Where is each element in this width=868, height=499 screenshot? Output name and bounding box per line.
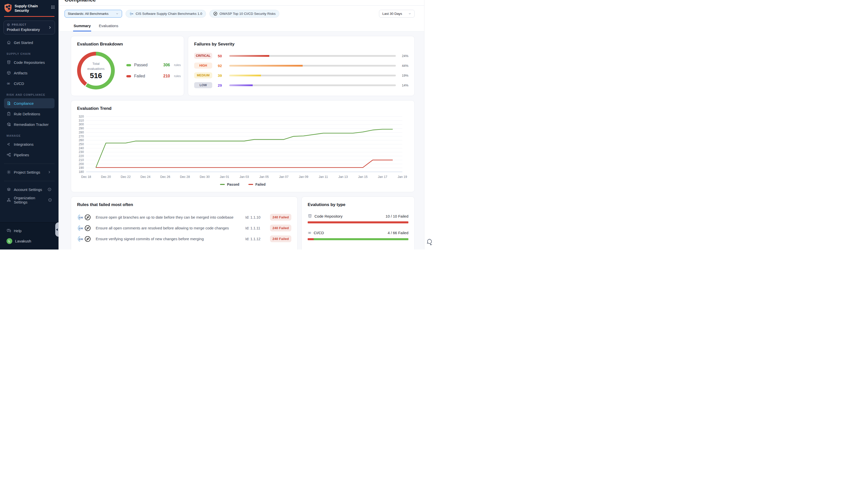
svg-text:Jan 09: Jan 09 — [299, 175, 308, 179]
legend-swatch — [248, 184, 253, 185]
severity-count: 50 — [218, 54, 229, 58]
total-evaluations-value: 516 — [90, 72, 102, 80]
sidebar-item-compliance[interactable]: Compliance — [4, 98, 54, 108]
svg-text:210: 210 — [78, 158, 84, 162]
evaluation-type-row: ∞CI/CD4 / 66 Failed — [308, 230, 408, 240]
sidebar-item-rule-definitions[interactable]: Rule Definitions — [4, 109, 54, 119]
date-range-dropdown[interactable]: Last 30 Days — [379, 10, 415, 17]
severity-row: LOW2914% — [194, 82, 408, 88]
evaluation-trend-chart: 1801902002102202302402502602702802903003… — [77, 113, 408, 181]
divider — [4, 181, 54, 181]
donut-legend: Passed306rulesFailed210rules — [126, 63, 181, 78]
chevron-down-icon — [408, 12, 411, 15]
svg-text:Dec 28: Dec 28 — [180, 175, 190, 179]
sidebar-section-heading: MANAGE — [7, 134, 52, 137]
tab-evaluations[interactable]: Evaluations — [98, 22, 119, 32]
brand-accent-divider — [4, 16, 54, 17]
benchmark-chip-label: CIS Software Supply Chain Benchmarks 1.0 — [136, 12, 202, 15]
sidebar-item-label: Code Repositories — [14, 60, 45, 64]
cube-icon — [7, 23, 10, 26]
standards-filter-dropdown[interactable]: Standards: All Benchmarks — [64, 10, 122, 17]
repository-icon — [7, 60, 11, 64]
org-chart-icon — [7, 198, 11, 202]
severity-row: CRITICAL5024% — [194, 52, 408, 59]
card-title: Rules that failed most often — [77, 202, 292, 207]
svg-text:Dec 22: Dec 22 — [121, 175, 131, 179]
evaluation-type-label: CI/CD — [314, 231, 324, 235]
rule-id: Id: 1.1.11 — [245, 226, 267, 230]
rule-id: Id: 1.1.10 — [245, 215, 267, 219]
layers-icon — [7, 187, 11, 192]
failed-count-badge: 240 Failed — [270, 224, 292, 231]
failed-count-badge: 240 Failed — [270, 235, 292, 242]
svg-text:CIS: CIS — [131, 13, 133, 15]
clipboard-check-icon — [7, 112, 11, 116]
benchmark-chip[interactable]: OWASP Top 10 CI/CD Security Risks — [210, 10, 279, 17]
severity-percent: 44% — [396, 64, 408, 68]
svg-text:310: 310 — [78, 119, 84, 122]
help-chat-icon — [7, 228, 11, 233]
sidebar-item-pipelines[interactable]: Pipelines — [4, 150, 54, 160]
legend-swatch — [126, 64, 131, 66]
main-area: Compliance Standards: All Benchmarks CIS… — [59, 0, 424, 250]
donut-legend-item: Failed210rules — [126, 74, 181, 78]
user-menu[interactable]: L Lavakush — [4, 236, 54, 246]
severity-percent: 24% — [396, 54, 408, 58]
sidebar-item-get-started[interactable]: Get Started — [4, 37, 54, 48]
sidebar-item-account-settings[interactable]: Account Settings — [4, 184, 54, 194]
owasp-icon — [84, 225, 91, 231]
svg-text:220: 220 — [78, 154, 84, 158]
severity-bar-fill — [229, 84, 253, 86]
rule-row[interactable]: CISEnsure all open comments are resolved… — [77, 224, 292, 231]
rule-row[interactable]: CISEnsure verifying signed commits of ne… — [77, 235, 292, 242]
sidebar-item-organization-settings[interactable]: Organization Settings — [4, 195, 54, 205]
sidebar-nav: Get StartedSUPPLY CHAINCode Repositories… — [0, 34, 59, 160]
rule-description: Ensure verifying signed commits of new c… — [96, 237, 243, 241]
failures-by-severity-card: Failures by Severity CRITICAL5024%HIGH92… — [188, 36, 415, 96]
severity-count: 39 — [218, 73, 229, 78]
cis-icon: CIS — [77, 214, 84, 221]
donut-center-label: Total evaluations — [87, 61, 104, 71]
sidebar-collapse-handle[interactable] — [55, 222, 59, 237]
sidebar-item-label: Integrations — [14, 142, 34, 146]
chevron-right-icon — [48, 170, 52, 174]
tab-summary[interactable]: Summary — [73, 22, 91, 32]
evaluation-type-row: Code Repository10 / 10 Failed — [308, 214, 408, 223]
sidebar-item-code-repositories[interactable]: Code Repositories — [4, 57, 54, 67]
info-icon — [48, 198, 52, 202]
svg-text:300: 300 — [78, 123, 84, 126]
legend-label: Failed — [134, 74, 154, 78]
project-selector[interactable]: PROJECT Product Exploratory — [3, 21, 55, 34]
sidebar-item-remediation-tracker[interactable]: Remediation Tracker — [4, 119, 54, 130]
failed-segment — [308, 221, 408, 223]
scrollbar-area[interactable] — [424, 0, 434, 250]
rule-id: Id: 1.1.12 — [245, 237, 267, 241]
cis-icon: CIS — [77, 236, 84, 242]
evaluation-breakdown-card: Evaluation Breakdown Total evaluations 5… — [71, 36, 184, 96]
sidebar-item-project-settings[interactable]: Project Settings — [4, 167, 54, 177]
cis-icon: CIS — [77, 225, 84, 231]
severity-bars: CRITICAL5024%HIGH9244%MEDIUM3919%LOW2914… — [194, 52, 408, 88]
sidebar-item-label: Get Started — [14, 40, 33, 45]
legend-swatch — [126, 75, 131, 77]
chevron-right-icon — [48, 26, 52, 29]
rule-row[interactable]: CISEnsure open git branches are up to da… — [77, 214, 292, 221]
evaluation-type-label: Code Repository — [314, 214, 343, 218]
apps-grid-icon[interactable] — [51, 5, 55, 9]
sidebar-item-help[interactable]: Help — [4, 226, 54, 236]
severity-bar-track — [229, 75, 396, 76]
rules-failed-card: Rules that failed most often CISEnsure o… — [71, 196, 298, 250]
sidebar-item-ci-cd[interactable]: ∞CI/CD — [4, 78, 54, 88]
svg-text:320: 320 — [78, 115, 84, 118]
svg-text:Jan 11: Jan 11 — [319, 175, 328, 179]
sidebar-item-label: Artifacts — [14, 71, 27, 75]
sidebar-item-artifacts[interactable]: Artifacts — [4, 68, 54, 78]
svg-text:Jan 13: Jan 13 — [338, 175, 348, 179]
chat-bubble-icon[interactable] — [425, 239, 433, 246]
severity-badge: MEDIUM — [194, 72, 212, 78]
sidebar-item-integrations[interactable]: Integrations — [4, 139, 54, 149]
severity-percent: 19% — [396, 74, 408, 77]
evaluation-donut-chart: Total evaluations 516 — [77, 52, 115, 89]
infinity-icon: ∞ — [7, 81, 11, 86]
benchmark-chip[interactable]: CISCIS Software Supply Chain Benchmarks … — [126, 10, 206, 17]
